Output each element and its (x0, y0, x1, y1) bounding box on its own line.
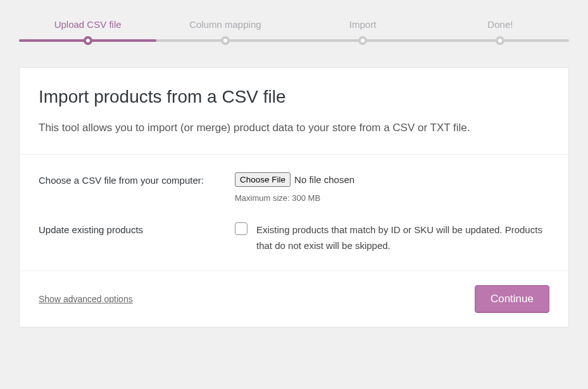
page-description: This tool allows you to import (or merge… (39, 120, 549, 136)
step-column-mapping: Column mapping (156, 19, 294, 30)
update-existing-checkbox[interactable] (235, 222, 247, 235)
step-dot-3 (358, 36, 367, 45)
card-header: Import products from a CSV file This too… (20, 68, 568, 155)
import-card: Import products from a CSV file This too… (19, 67, 569, 328)
choose-file-button[interactable]: Choose File (235, 172, 291, 187)
file-help-text: Maximum size: 300 MB (235, 193, 549, 203)
file-label: Choose a CSV file from your computer: (39, 172, 235, 203)
show-advanced-link[interactable]: Show advanced options (39, 294, 133, 304)
continue-button[interactable]: Continue (475, 285, 549, 313)
step-upload-csv[interactable]: Upload CSV file (19, 19, 156, 30)
step-dot-2 (221, 36, 230, 45)
step-dot-4 (496, 36, 504, 45)
card-body: Choose a CSV file from your computer: Ch… (20, 155, 568, 271)
step-import: Import (294, 19, 432, 30)
step-dot-1 (84, 36, 92, 45)
update-label: Update existing products (39, 222, 235, 254)
update-row: Update existing products Existing produc… (39, 222, 549, 254)
progress-track (19, 39, 569, 42)
update-description: Existing products that match by ID or SK… (256, 222, 549, 254)
file-row: Choose a CSV file from your computer: Ch… (39, 172, 549, 203)
page-title: Import products from a CSV file (39, 87, 549, 107)
step-done: Done! (432, 19, 569, 30)
progress-stepper: Upload CSV file Column mapping Import Do… (19, 0, 569, 67)
file-status: No file chosen (294, 174, 354, 185)
card-footer: Show advanced options Continue (20, 271, 568, 327)
